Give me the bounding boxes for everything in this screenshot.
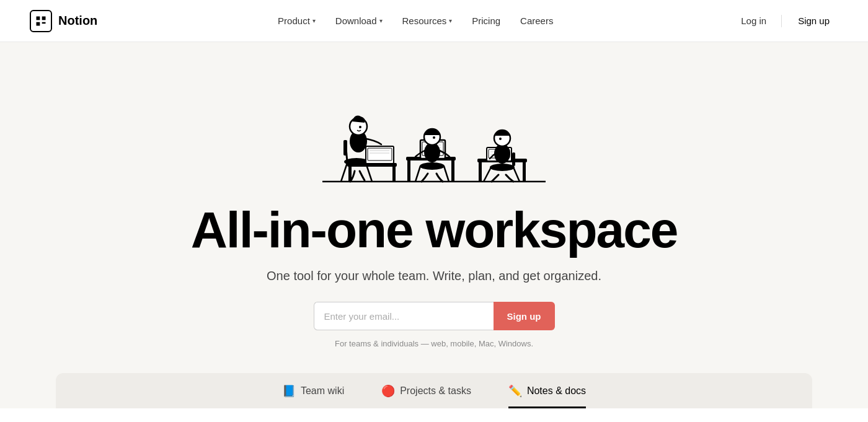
login-link[interactable]: Log in [733,11,774,31]
svg-rect-3 [42,22,46,24]
nav-item-pricing[interactable]: Pricing [464,11,508,31]
signup-link[interactable]: Sign up [789,11,838,31]
nav-item-careers[interactable]: Careers [513,11,560,31]
hero-section: All-in-one workspace One tool for your w… [0,42,868,408]
projects-tasks-emoji: 🔴 [381,384,395,398]
hero-subheadline: One tool for your whole team. Write, pla… [267,269,601,283]
svg-rect-19 [392,167,396,182]
nav-label-product: Product [278,15,310,26]
svg-point-12 [359,126,361,128]
nav-item-product[interactable]: Product ▾ [270,11,323,31]
brand-name: Notion [58,14,97,28]
tab-notes-docs-label: Notes & docs [527,385,586,397]
svg-point-41 [490,164,515,171]
svg-line-5 [341,163,347,182]
signup-button[interactable]: Sign up [494,302,555,330]
tab-team-wiki-label: Team wiki [301,385,344,397]
navbar: Notion Product ▾ Download ▾ Resources ▾ … [0,0,868,42]
svg-point-33 [433,136,435,139]
nav-right: Log in Sign up [733,11,838,31]
hero-illustration [285,67,583,191]
hero-note: For teams & individuals — web, mobile, M… [335,339,533,348]
nav-item-download[interactable]: Download ▾ [328,11,390,31]
notion-logo-icon [30,10,52,32]
hero-headline: All-in-one workspace [191,203,678,257]
tab-projects-tasks-label: Projects & tasks [400,385,471,397]
team-wiki-emoji: 📘 [282,384,296,398]
svg-point-47 [499,138,502,140]
tab-notes-docs[interactable]: ✏️ Notes & docs [508,384,586,408]
svg-point-28 [420,162,445,170]
svg-rect-35 [479,162,482,182]
email-input[interactable] [314,302,494,330]
svg-rect-22 [451,160,454,182]
chevron-down-icon: ▾ [312,17,316,24]
tab-team-wiki[interactable]: 📘 Team wiki [282,384,344,408]
hero-cta: Sign up [314,302,555,330]
tab-projects-tasks[interactable]: 🔴 Projects & tasks [381,384,471,408]
notes-docs-emoji: ✏️ [508,384,522,398]
nav-divider [781,15,782,27]
chevron-down-icon: ▾ [379,17,383,24]
nav-label-pricing: Pricing [472,15,500,26]
svg-rect-1 [42,16,46,20]
tabs-strip: 📘 Team wiki 🔴 Projects & tasks ✏️ Notes … [56,373,812,408]
svg-line-42 [484,167,491,182]
svg-rect-2 [37,22,40,25]
nav-label-resources: Resources [402,15,447,26]
logo[interactable]: Notion [30,10,97,32]
svg-rect-21 [407,160,410,182]
svg-rect-9 [343,140,347,156]
nav-item-resources[interactable]: Resources ▾ [395,11,460,31]
nav-label-download: Download [335,15,377,26]
nav-center: Product ▾ Download ▾ Resources ▾ Pricing… [270,11,560,31]
chevron-down-icon: ▾ [449,17,452,24]
svg-rect-17 [347,163,397,167]
svg-rect-0 [37,16,40,20]
svg-rect-14 [368,148,392,160]
svg-line-29 [415,166,420,182]
svg-rect-44 [512,152,515,166]
svg-line-30 [444,166,449,182]
nav-label-careers: Careers [520,15,553,26]
svg-line-43 [513,167,520,182]
svg-rect-36 [523,162,526,182]
